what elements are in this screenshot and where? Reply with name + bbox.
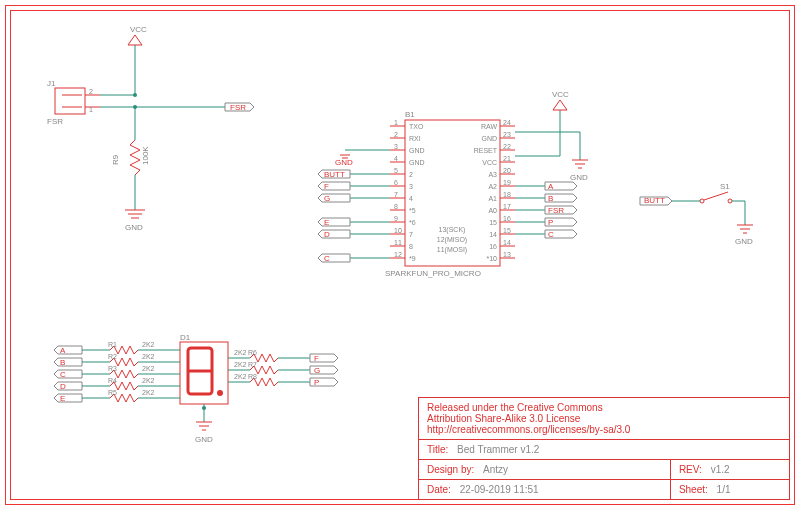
svg-marker-28 bbox=[318, 182, 350, 190]
ref-j1: J1 bbox=[47, 79, 56, 88]
res-l-val-1: 2K2 bbox=[142, 353, 155, 360]
sheet-value: 1/1 bbox=[711, 484, 731, 495]
net-vcc-1: VCC bbox=[130, 25, 147, 34]
rev-label: REV: bbox=[679, 464, 702, 475]
res-r-ref-2: R8 bbox=[248, 373, 257, 380]
pm-rname-24: RAW bbox=[481, 123, 497, 130]
pm-lname-11: 8 bbox=[409, 243, 413, 250]
pm-lname-5: 2 bbox=[409, 171, 413, 178]
pm-rnum-15: 15 bbox=[503, 227, 511, 234]
pm-rnum-17: 17 bbox=[503, 203, 511, 210]
j1-pin-1: 1 bbox=[89, 106, 93, 113]
pm-lnet-4: BUTT bbox=[324, 170, 345, 179]
svg-marker-42 bbox=[318, 254, 350, 262]
designer: Antzy bbox=[477, 464, 508, 475]
pm-lnum-2: 2 bbox=[394, 131, 398, 138]
res-r-ref-0: R6 bbox=[248, 349, 257, 356]
net-vcc-2: VCC bbox=[552, 90, 569, 99]
pm-lnum-7: 7 bbox=[394, 191, 398, 198]
res-l-net-3: D bbox=[60, 382, 66, 391]
net-fsr-1: FSR bbox=[230, 103, 246, 112]
pm-rname-14: 16 bbox=[489, 243, 497, 250]
svg-line-79 bbox=[704, 192, 728, 200]
pm-lname-4: GND bbox=[409, 159, 425, 166]
pm-rname-15: 14 bbox=[489, 231, 497, 238]
res-l-net-0: A bbox=[60, 346, 66, 355]
pm-lname-7: 4 bbox=[409, 195, 413, 202]
res-r-val-0: 2K2 bbox=[234, 349, 247, 356]
pm-rname-18: A1 bbox=[488, 195, 497, 202]
svg-marker-98 bbox=[54, 358, 82, 366]
pm-mid-0: 13(SCK) bbox=[439, 226, 466, 234]
pm-lname-6: 3 bbox=[409, 183, 413, 190]
pm-lname-8: *5 bbox=[409, 207, 416, 214]
svg-point-78 bbox=[700, 199, 704, 203]
res-l-ref-4: R5 bbox=[108, 389, 117, 396]
ref-s1: S1 bbox=[720, 182, 730, 191]
license-line2: Attribution Share-Alike 3.0 License bbox=[427, 413, 781, 424]
design-label: Design by: bbox=[427, 464, 474, 475]
ref-d1: D1 bbox=[180, 333, 191, 342]
svg-marker-35 bbox=[318, 218, 350, 226]
pm-rnet-6: B bbox=[548, 194, 553, 203]
res-l-net-1: B bbox=[60, 358, 65, 367]
svg-marker-101 bbox=[54, 370, 82, 378]
license-url: http://creativecommons.org/licenses/by-s… bbox=[427, 424, 781, 435]
pm-rnum-23: 23 bbox=[503, 131, 511, 138]
res-r-val-1: 2K2 bbox=[234, 361, 247, 368]
svg-marker-70 bbox=[553, 100, 567, 110]
net-gnd-b1r: GND bbox=[570, 173, 588, 182]
pm-lnum-3: 3 bbox=[394, 143, 398, 150]
res-r-net-2: P bbox=[314, 378, 319, 387]
res-l-ref-2: R3 bbox=[108, 365, 117, 372]
pm-lname-3: GND bbox=[409, 147, 425, 154]
pm-rname-19: A2 bbox=[488, 183, 497, 190]
pm-rname-17: A0 bbox=[488, 207, 497, 214]
pm-rname-22: RESET bbox=[474, 147, 498, 154]
pm-rnet-7: FSR bbox=[548, 206, 564, 215]
res-r-net-1: G bbox=[314, 366, 320, 375]
pm-lnet-5: F bbox=[324, 182, 329, 191]
b1-name: SPARKFUN_PRO_MICRO bbox=[385, 269, 481, 278]
pm-rnum-24: 24 bbox=[503, 119, 511, 126]
pm-rnet-9: C bbox=[548, 230, 554, 239]
svg-point-80 bbox=[728, 199, 732, 203]
net-gnd-d1: GND bbox=[195, 435, 213, 444]
pm-rnum-22: 22 bbox=[503, 143, 511, 150]
pm-lnum-12: 12 bbox=[394, 251, 402, 258]
pm-rnet-8: P bbox=[548, 218, 553, 227]
ref-r9: R9 bbox=[111, 154, 120, 165]
title-label: Title: bbox=[427, 444, 448, 455]
schematic-sheet: VCC J1 FSR 2 1 FSR R9 100K GND 1TXO2RXI3… bbox=[0, 0, 800, 510]
date-value: 22-09-2019 11:51 bbox=[454, 484, 539, 495]
res-l-ref-0: R1 bbox=[108, 341, 117, 348]
res-l-net-4: E bbox=[60, 394, 65, 403]
block-pro-micro: 1TXO2RXI3GND4GND52BUTT63F74G8*59*6E107D1… bbox=[318, 100, 588, 266]
pm-lnet-8: E bbox=[324, 218, 329, 227]
j1-name: FSR bbox=[47, 117, 63, 126]
pm-rnum-21: 21 bbox=[503, 155, 511, 162]
pm-rname-21: VCC bbox=[482, 159, 497, 166]
block-fsr-input bbox=[55, 35, 254, 218]
pm-rnum-13: 13 bbox=[503, 251, 511, 258]
pm-mid-2: 11(MOSI) bbox=[437, 246, 467, 254]
res-r-net-0: F bbox=[314, 354, 319, 363]
net-gnd-sw: GND bbox=[735, 237, 753, 246]
res-l-ref-1: R2 bbox=[108, 353, 117, 360]
res-r-val-2: 2K2 bbox=[234, 373, 247, 380]
svg-marker-95 bbox=[54, 346, 82, 354]
pm-lname-1: TXO bbox=[409, 123, 424, 130]
svg-point-91 bbox=[202, 406, 206, 410]
pm-rnum-19: 19 bbox=[503, 179, 511, 186]
ref-b1: B1 bbox=[405, 110, 415, 119]
svg-rect-2 bbox=[55, 88, 85, 114]
pm-lname-10: 7 bbox=[409, 231, 413, 238]
svg-point-8 bbox=[133, 93, 137, 97]
block-display: AR12K2BR22K2CR32K2DR42K2ER52K2 R62K2FR72… bbox=[54, 341, 338, 430]
res-l-val-3: 2K2 bbox=[142, 377, 155, 384]
pm-rnet-5: A bbox=[548, 182, 554, 191]
sheet-label: Sheet: bbox=[679, 484, 708, 495]
pm-lname-12: *9 bbox=[409, 255, 416, 262]
pm-rnum-14: 14 bbox=[503, 239, 511, 246]
title-value: Bed Trammer v1.2 bbox=[451, 444, 539, 455]
